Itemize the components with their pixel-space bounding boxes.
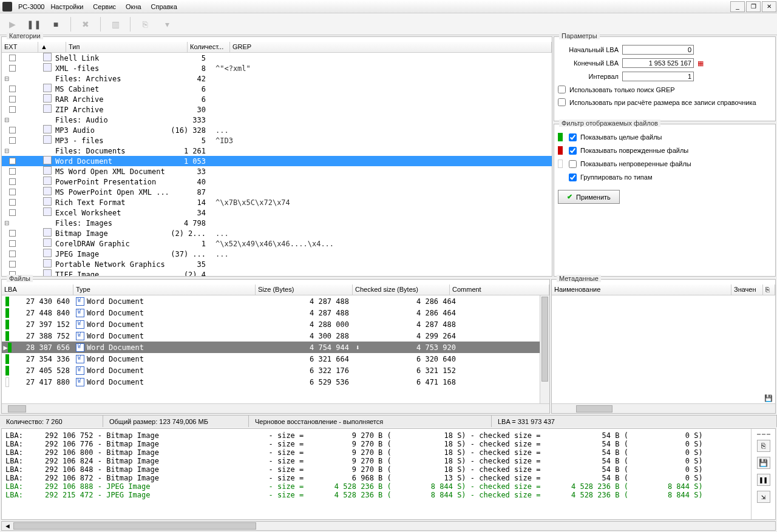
file-row[interactable]: 27 354 336Word Document6 321 6646 320 64…	[2, 353, 540, 365]
files-list[interactable]: 27 430 640Word Document4 287 4884 286 46…	[2, 295, 540, 403]
menu-help[interactable]: Справка	[151, 3, 177, 10]
columns-button[interactable]: ▥	[108, 17, 123, 32]
category-row[interactable]: Portable Network Graphics35	[2, 259, 552, 269]
start-lba-input[interactable]	[622, 45, 694, 55]
file-icon	[43, 53, 52, 61]
category-row[interactable]: CorelDRAW Graphic1^\x52\x49\x46\x46....\…	[2, 238, 552, 249]
file-csize: 4 286 464	[362, 297, 460, 306]
category-row[interactable]: TIFF Image(2) 4	[2, 269, 552, 276]
filter-group-checkbox[interactable]	[569, 173, 577, 181]
category-row[interactable]: JPEG Image(37) ......	[2, 249, 552, 259]
file-row[interactable]: 27 417 880Word Document6 529 5366 471 16…	[2, 376, 540, 388]
doc-icon	[76, 297, 84, 306]
file-lba: 27 388 752	[13, 332, 73, 340]
category-count: 30	[168, 106, 211, 114]
category-name: Word Document	[53, 157, 168, 166]
copy-button[interactable]: ⎘	[138, 17, 152, 32]
filter-damaged-checkbox[interactable]	[569, 147, 577, 155]
menu-settings[interactable]: Настройки	[50, 3, 83, 10]
file-icon	[43, 104, 52, 113]
file-row[interactable]: ▶28 387 656Word Document4 754 944⬇4 753 …	[2, 342, 540, 353]
fcol-comment[interactable]: Comment	[450, 285, 549, 295]
category-row[interactable]: XML -files8^"<?xml"	[2, 63, 552, 73]
log-pause-icon[interactable]: ❚❚	[757, 474, 770, 486]
fcol-type[interactable]: Type	[73, 285, 256, 295]
col-count[interactable]: Количест...	[188, 42, 230, 52]
meta-hscroll[interactable]	[552, 403, 775, 413]
category-row[interactable]: MS Word Open XML Document33	[2, 166, 552, 177]
tools-button[interactable]: ✖	[78, 17, 93, 32]
file-row[interactable]: 27 448 840Word Document4 287 4884 286 46…	[2, 307, 540, 318]
meta-copy-icon[interactable]: ⎘	[763, 285, 775, 295]
window-buttons: _ ❐ ✕	[730, 1, 777, 12]
filter-unchecked-checkbox[interactable]	[569, 160, 577, 168]
category-row[interactable]: MP3 Audio(16) 328...	[2, 125, 552, 135]
category-row[interactable]: ⊟ Files: Archives42	[2, 73, 552, 84]
category-row[interactable]: MS PowerPoint Open XML ...87	[2, 187, 552, 197]
category-count: 14	[168, 198, 211, 207]
category-row[interactable]: ZIP Archive30	[2, 104, 552, 115]
menu-service[interactable]: Сервис	[93, 3, 116, 10]
apply-button[interactable]: ✔ Применить	[558, 190, 620, 204]
category-row[interactable]: ⊟ Files: Documents1 261	[2, 146, 552, 156]
category-row[interactable]: MP3 - files5^ID3	[2, 135, 552, 146]
category-row[interactable]: RAR Archive6	[2, 94, 552, 104]
filter-whole-checkbox[interactable]	[569, 133, 577, 141]
category-row[interactable]: Word Document1 053	[2, 156, 552, 166]
col-grep[interactable]: GREP	[230, 42, 552, 52]
pause-button[interactable]: ❚❚	[27, 17, 41, 32]
category-name: Files: Audio	[53, 116, 168, 124]
fcol-csize[interactable]: Checked size (Bytes)	[353, 285, 450, 295]
fcol-size[interactable]: Size (Bytes)	[256, 285, 353, 295]
max-lba-icon[interactable]: ▦	[697, 59, 704, 67]
check-icon: ✔	[567, 193, 572, 201]
file-icon	[43, 269, 52, 276]
category-row[interactable]: MS Cabinet6	[2, 84, 552, 94]
category-grep: ...	[211, 126, 552, 135]
meta-save-icon[interactable]: 💾	[764, 394, 773, 402]
file-row[interactable]: 27 405 528Word Document6 322 1766 321 15…	[2, 365, 540, 376]
category-row[interactable]: PowerPoint Presentation40	[2, 177, 552, 187]
files-hscroll[interactable]	[2, 403, 549, 413]
files-scrollbar[interactable]	[540, 295, 549, 403]
category-row[interactable]: ⊟ Files: Audio333	[2, 115, 552, 125]
col-ext[interactable]: EXT	[2, 42, 38, 52]
maximize-button[interactable]: ❐	[746, 1, 761, 12]
file-row[interactable]: 27 397 152Word Document4 288 0004 287 48…	[2, 318, 540, 330]
file-row[interactable]: 27 430 640Word Document4 287 4884 286 46…	[2, 295, 540, 307]
all-records-checkbox[interactable]	[558, 98, 566, 106]
log-body[interactable]: LBA: 292 106 752 - Bitmap Image - size =…	[2, 429, 751, 519]
play-button[interactable]: ▶	[5, 17, 19, 32]
category-count: 1 261	[168, 147, 211, 155]
doc-icon	[76, 366, 84, 375]
minimize-button[interactable]: _	[730, 1, 745, 12]
log-hscroll[interactable]: ◄	[1, 521, 776, 531]
status-lba: LBA = 331 973 437	[492, 416, 777, 427]
category-row[interactable]: Shell Link5	[2, 53, 552, 63]
col-type[interactable]: Тип	[66, 42, 188, 52]
end-lba-input[interactable]	[622, 58, 694, 68]
dropdown-icon[interactable]: ▾	[160, 17, 174, 32]
category-count: 1	[168, 240, 211, 248]
file-size: 4 288 000	[256, 320, 353, 329]
interval-input[interactable]	[622, 72, 694, 81]
category-row[interactable]: Bitmap Image(2) 2......	[2, 228, 552, 238]
col-sort-icon[interactable]: ▲	[38, 42, 66, 52]
mcol-name[interactable]: Наименование	[552, 285, 731, 295]
file-csize: 6 320 640	[362, 355, 460, 363]
stop-button[interactable]: ■	[49, 17, 63, 32]
mcol-value[interactable]: Значен	[731, 285, 763, 295]
log-save-icon[interactable]: 💾	[757, 457, 770, 469]
categories-list[interactable]: Shell Link5 XML -files8^"<?xml"⊟ Files: …	[2, 53, 552, 276]
grep-only-checkbox[interactable]	[558, 86, 566, 93]
file-row[interactable]: 27 388 752Word Document4 300 2884 299 26…	[2, 330, 540, 342]
category-name: Bitmap Image	[53, 229, 168, 238]
menu-windows[interactable]: Окна	[126, 3, 141, 10]
category-row[interactable]: Excel Worksheet34	[2, 207, 552, 218]
fcol-lba[interactable]: LBA	[2, 285, 73, 295]
log-copy-icon[interactable]: ⎘	[757, 440, 770, 452]
close-button[interactable]: ✕	[762, 1, 776, 12]
category-row[interactable]: Rich Text Format14^\x7B\x5C\x72\x74	[2, 197, 552, 207]
category-row[interactable]: ⊟ Files: Images4 798	[2, 218, 552, 228]
log-export-icon[interactable]: ⇲	[757, 491, 770, 503]
